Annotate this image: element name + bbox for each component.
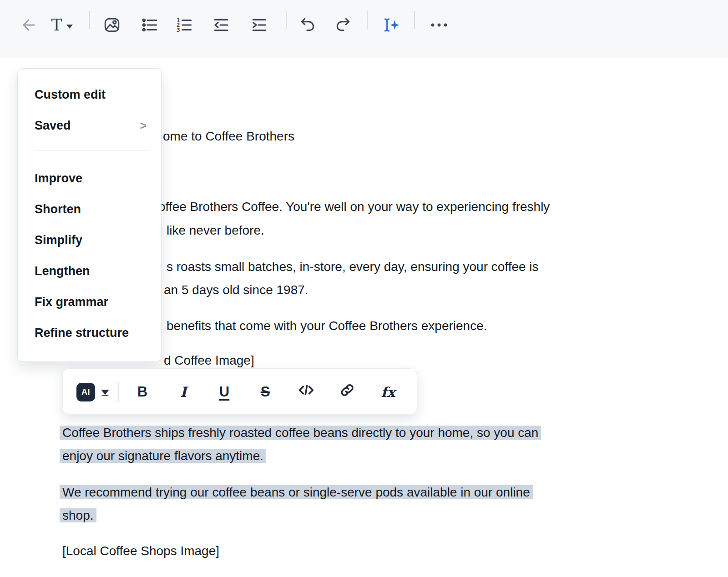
toolbar-divider: [286, 11, 287, 29]
formula-button[interactable]: fx: [374, 378, 402, 406]
ai-edit-dropdown-menu: Custom edit Saved > Improve Shorten Simp…: [17, 68, 162, 362]
doc-paragraph-fragment: s roasts small batches, in-store, every …: [167, 255, 539, 279]
doc-selected-line: Coffee Brothers ships freshly roasted co…: [60, 421, 541, 445]
image-icon: [103, 16, 121, 34]
menu-divider: [35, 151, 149, 151]
doc-paragraph-fragment: benefits that come with your Coffee Brot…: [167, 314, 487, 338]
italic-button[interactable]: I: [170, 378, 197, 406]
format-toolbar-divider: [118, 382, 119, 402]
menu-item-label: Fix grammar: [35, 295, 108, 309]
indent-icon: [250, 16, 268, 34]
menu-item-simplify[interactable]: Simplify: [18, 225, 161, 256]
numbered-list-button[interactable]: 1 2 3: [174, 14, 196, 36]
doc-paragraph-fragment: an 5 days old since 1987.: [164, 278, 308, 302]
selection-highlight: Coffee Brothers ships freshly roasted co…: [60, 426, 541, 440]
format-toolbar: AI B I U S fx: [62, 368, 417, 415]
arrow-left-icon: [20, 16, 37, 34]
toolbar-divider: [367, 11, 368, 29]
toolbar-divider: [89, 11, 90, 29]
underline-button[interactable]: U: [211, 378, 238, 406]
more-options-button[interactable]: [425, 14, 455, 36]
doc-selected-line: We recommend trying our coffee beans or …: [60, 481, 533, 504]
back-button[interactable]: [17, 14, 39, 36]
menu-item-label: Improve: [35, 171, 82, 186]
strikethrough-button[interactable]: S: [252, 378, 279, 406]
menu-item-label: Saved: [35, 119, 71, 133]
menu-item-label: Refine structure: [35, 326, 129, 340]
menu-item-shorten[interactable]: Shorten: [18, 194, 161, 225]
doc-selected-line: enjoy our signature flavors anytime.: [60, 444, 266, 468]
doc-heading-fragment: ome to Coffee Brothers: [163, 125, 294, 148]
text-style-button[interactable]: T: [47, 14, 77, 36]
redo-icon: [334, 16, 352, 34]
ellipsis-icon: [427, 16, 453, 34]
redo-button[interactable]: [332, 14, 354, 36]
menu-item-label: Shorten: [35, 202, 81, 216]
link-button[interactable]: [334, 378, 361, 406]
doc-selected-line: shop.: [60, 504, 96, 527]
menu-item-fix-grammar[interactable]: Fix grammar: [18, 286, 161, 317]
outdent-button[interactable]: [210, 14, 232, 36]
selection-highlight: enjoy our signature flavors anytime.: [60, 449, 266, 463]
editor-toolbar: T 1 2 3: [0, 0, 728, 58]
ai-cursor-sparkle-icon: [382, 15, 401, 35]
bulleted-list-icon: [141, 16, 159, 34]
menu-item-label: Lengthen: [35, 264, 90, 278]
doc-paragraph-fragment: offee Brothers Coffee. You're well on yo…: [158, 195, 550, 219]
selection-highlight: shop.: [60, 508, 96, 522]
undo-icon: [298, 16, 317, 34]
undo-button[interactable]: [297, 14, 318, 36]
menu-item-label: Simplify: [35, 233, 82, 247]
indent-button[interactable]: [248, 14, 270, 36]
doc-image-placeholder: [Local Coffee Shops Image]: [62, 539, 219, 563]
menu-item-improve[interactable]: Improve: [18, 163, 161, 194]
insert-image-button[interactable]: [101, 14, 123, 36]
bulleted-list-button[interactable]: [139, 14, 161, 36]
menu-item-label: Custom edit: [35, 88, 106, 102]
chevron-right-icon: >: [140, 119, 147, 132]
menu-item-lengthen[interactable]: Lengthen: [18, 256, 161, 286]
code-icon: [297, 381, 315, 403]
menu-item-refine-structure[interactable]: Refine structure: [18, 317, 161, 348]
ai-text-edit-button[interactable]: [380, 14, 402, 36]
chevron-down-icon: [66, 25, 73, 29]
ai-dropdown-caret-icon[interactable]: [101, 390, 109, 396]
menu-item-saved[interactable]: Saved >: [18, 110, 161, 141]
link-icon: [338, 381, 356, 403]
selection-highlight: We recommend trying our coffee beans or …: [60, 485, 533, 499]
menu-item-custom-edit[interactable]: Custom edit: [18, 79, 161, 110]
ai-edit-button[interactable]: AI: [76, 383, 95, 401]
toolbar-divider: [414, 11, 415, 29]
outdent-icon: [212, 16, 230, 34]
code-button[interactable]: [293, 378, 320, 406]
doc-paragraph-fragment: like never before.: [167, 219, 264, 242]
numbered-list-icon: 1 2 3: [176, 16, 194, 34]
bold-button[interactable]: B: [129, 378, 156, 406]
svg-text:3: 3: [177, 26, 180, 33]
text-style-icon: T: [51, 17, 62, 33]
